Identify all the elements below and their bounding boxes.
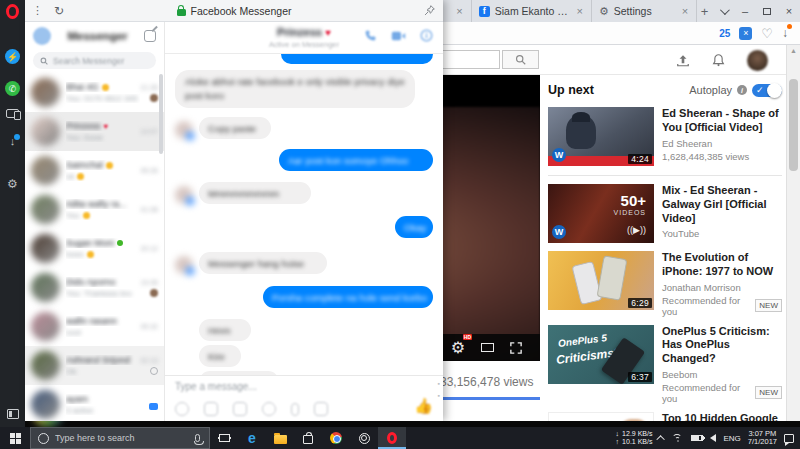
account-avatar[interactable] — [747, 50, 768, 71]
scroll-up-arrow[interactable]: ▲ — [787, 47, 800, 54]
downloads-sidebar-icon[interactable]: ↓ — [10, 135, 16, 147]
message-row: Okay — [175, 216, 433, 238]
shield-extension-icon[interactable]: × — [739, 27, 752, 40]
message-bubble[interactable]: Kire — [199, 345, 241, 367]
new-badge: NEW — [755, 299, 782, 312]
taskbar-app-store[interactable] — [294, 427, 322, 449]
info-icon[interactable]: i — [737, 85, 747, 95]
tab-close-icon[interactable]: × — [681, 5, 689, 17]
chat-list-item[interactable]: wafin rasanncool05:32 — [25, 307, 164, 346]
taskbar-search[interactable]: Type here to search — [30, 427, 210, 449]
message-bubble[interactable]: Aloke abhoi rate facebook e only visible… — [175, 70, 415, 108]
video-call-icon[interactable] — [391, 30, 406, 42]
voice-call-icon[interactable] — [364, 29, 377, 42]
message-bubble[interactable]: Hmm — [199, 319, 251, 341]
my-flow-icon[interactable] — [6, 109, 19, 118]
up-next-video[interactable]: W4:24Ed Sheeran - Shape of You [Official… — [548, 107, 782, 166]
chat-snippet-text: You: 0179 4612 345 — [66, 94, 137, 103]
wifi-icon[interactable] — [672, 434, 684, 443]
bookmark-heart-icon[interactable]: ♡ — [761, 26, 773, 41]
message-bubble[interactable]: Aar post kon somoye Ohhoo — [279, 149, 433, 171]
taskbar-app-edge[interactable]: e — [238, 427, 266, 449]
my-avatar[interactable] — [33, 27, 51, 45]
start-button[interactable] — [0, 427, 30, 449]
autoplay-toggle[interactable]: ✓ — [752, 84, 782, 97]
language-indicator[interactable]: ENG — [723, 434, 740, 443]
message-bubble[interactable] — [281, 54, 433, 64]
whatsapp-sidebar-icon[interactable]: ✆ — [5, 81, 20, 96]
message-input[interactable]: Type a message... — [175, 381, 257, 392]
gif-icon[interactable] — [204, 402, 218, 416]
mic-icon[interactable] — [291, 403, 299, 416]
chat-list-item[interactable]: Bhai 4GYou: 0179 4612 34521:35 — [25, 73, 164, 112]
new-tab-button[interactable]: + — [697, 0, 712, 22]
taskbar-app-chrome[interactable] — [322, 427, 350, 449]
system-tray: ↓12.9 KB/s ↑10.1 KB/s ENG 3:07 PM 7/1/20… — [616, 427, 800, 449]
up-next-video[interactable]: OnePlus 5Criticisms?6:37OnePlus 5 Critic… — [548, 325, 782, 404]
thumbs-up-icon[interactable]: 👍 — [414, 397, 433, 415]
sticker-icon[interactable] — [262, 402, 276, 416]
page-scrollbar[interactable]: ▲ — [786, 45, 800, 427]
pin-icon[interactable] — [424, 5, 443, 16]
message-bubble[interactable]: Messenger hang hoise — [199, 252, 327, 274]
player-settings-icon[interactable]: ⚙HD — [451, 338, 465, 357]
search-messenger-input[interactable]: Search Messenger — [33, 52, 156, 69]
chat-list-item[interactable]: Dido ApornoYou: Thanksss bro19:35 — [25, 268, 164, 307]
taskbar-app-recorder[interactable] — [350, 427, 378, 449]
chat-list-item[interactable]: Saimchalok05:26 — [25, 151, 164, 190]
up-next-video[interactable]: 50+VIDEOS((▶))WMix - Ed Sheeran - Galway… — [548, 184, 782, 243]
composer-side-icons[interactable]: ▪▪ — [438, 380, 440, 399]
info-icon[interactable] — [420, 29, 433, 42]
bell-icon[interactable] — [712, 53, 725, 67]
taskbar-app-task-view[interactable] — [210, 427, 238, 449]
scrollbar-thumb[interactable] — [789, 79, 798, 171]
fullscreen-icon[interactable] — [510, 342, 522, 354]
settings-sidebar-icon[interactable]: ⚙ — [7, 177, 18, 191]
chat-list-item[interactable]: ridita wafiy ra...You01:08 — [25, 190, 164, 229]
message-bubble[interactable]: Porsha complete na hole send korbo — [263, 286, 433, 308]
chat-list-item[interactable]: Ashrarul SrijondOk02:13 — [25, 346, 164, 385]
games-icon[interactable] — [314, 402, 328, 416]
youtube-search-button[interactable] — [502, 50, 539, 69]
mic-icon[interactable] — [195, 434, 200, 442]
opera-logo-icon[interactable] — [6, 4, 19, 19]
downloads-icon[interactable]: ↓ — [782, 26, 788, 40]
tab-menu-button[interactable] — [712, 0, 734, 22]
clock[interactable]: 3:07 PM 7/1/2017 — [748, 430, 777, 447]
upload-icon[interactable] — [676, 54, 690, 67]
chat-list-item[interactable]: ayam3 active — [25, 385, 164, 421]
minimize-button[interactable]: – — [734, 0, 756, 22]
image-icon[interactable] — [233, 402, 247, 416]
action-center-icon[interactable] — [784, 434, 794, 443]
tab-settings[interactable]: ⚙ Settings × — [592, 0, 697, 22]
tab-close-icon[interactable]: × — [455, 5, 463, 17]
emoji-icon[interactable] — [175, 402, 189, 416]
video-channel: YouTube — [662, 228, 782, 239]
message-bubble[interactable]: Mmmmmmmmm — [199, 182, 311, 204]
menu-dots-icon[interactable]: ⋮ — [25, 4, 50, 17]
chat-list-item[interactable]: Prinzess♥You: Done14:07 — [25, 112, 164, 151]
view-count: 33,156,478 views — [440, 375, 533, 389]
tab-facebook[interactable]: f Siam Ekanto - ২০১৭ × — [472, 0, 592, 22]
theater-mode-icon[interactable] — [481, 343, 494, 352]
taskbar-app-file-explorer[interactable] — [266, 427, 294, 449]
reload-icon[interactable]: ↻ — [50, 4, 68, 18]
up-next-video[interactable]: 6:29The Evolution of iPhone: 1977 to NOW… — [548, 251, 782, 317]
tab-close-icon[interactable]: × — [575, 5, 583, 17]
messenger-sidebar-icon[interactable]: ⚡ — [5, 49, 20, 64]
message-list[interactable]: Aloke abhoi rate facebook e only visible… — [165, 54, 443, 375]
chat-list-scrollbar[interactable] — [159, 74, 163, 154]
chat-list-item[interactable]: Sugan Monihmm20:12 — [25, 229, 164, 268]
taskbar-app-opera[interactable] — [378, 427, 406, 449]
restore-button[interactable] — [756, 0, 778, 22]
sidebar-panel-toggle-icon[interactable] — [7, 409, 19, 419]
search-icon — [515, 54, 526, 65]
message-text: Aar post kon somoye Ohhoo — [288, 155, 408, 166]
message-bubble[interactable]: Copy paste — [199, 117, 271, 139]
close-button[interactable]: × — [778, 0, 800, 22]
message-bubble[interactable]: Okay — [395, 216, 433, 238]
chat-name-text: Bhai 4G — [66, 82, 99, 92]
tray-expand-icon[interactable] — [657, 435, 665, 443]
compose-icon[interactable] — [144, 30, 156, 42]
speaker-icon[interactable] — [710, 434, 716, 442]
